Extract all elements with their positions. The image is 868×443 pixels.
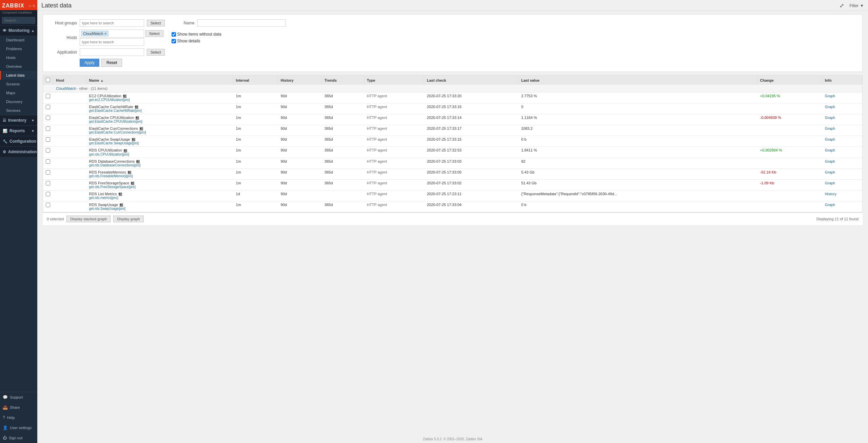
item-key-link-1[interactable]: get.ElastiCache.CacheHitRate[pro] <box>89 109 231 113</box>
hosts-label: Hosts <box>50 35 77 40</box>
history-cell-10: 90d <box>278 201 322 212</box>
action-link-2[interactable]: Graph <box>825 116 835 120</box>
administration-section-header[interactable]: ⚙ Administration ▼ <box>0 147 37 157</box>
host-groups-select-button[interactable]: Select <box>147 20 165 26</box>
share-item[interactable]: 📤 Share <box>0 402 37 412</box>
share-label: Share <box>10 405 20 409</box>
sidebar-item-overview[interactable]: Overview <box>0 62 37 71</box>
host-groups-input[interactable] <box>80 19 144 27</box>
history-cell-4: 90d <box>278 136 322 147</box>
action-link-4[interactable]: Graph <box>825 137 835 141</box>
filter-row-hosts: Hosts CloudWatch ✕ Select <box>50 29 855 46</box>
action-link-9[interactable]: History <box>825 192 836 196</box>
sidebar-section-administration: ⚙ Administration ▼ <box>0 146 37 157</box>
action-link-0[interactable]: Graph <box>825 94 835 98</box>
item-key-link-5[interactable]: get.rds.CPUUtilization[pro] <box>89 153 231 156</box>
cloudwatch-host-link[interactable]: CloudWatch <box>56 86 76 90</box>
sidebar-item-discovery[interactable]: Discovery <box>0 97 37 106</box>
filter-row-application: Application Select <box>50 48 855 56</box>
sidebar-item-services[interactable]: Services <box>0 106 37 115</box>
help-item[interactable]: ? Help <box>0 412 37 423</box>
sign-out-item[interactable]: ⏻ Sign out <box>0 433 37 443</box>
action-link-7[interactable]: Graph <box>825 170 835 174</box>
hosts-search-input[interactable] <box>80 38 144 46</box>
row-checkbox-9[interactable] <box>46 192 50 196</box>
row-checkbox-4[interactable] <box>46 137 50 142</box>
action-link-10[interactable]: Graph <box>825 203 835 207</box>
change-cell-5: +0.002904 % <box>757 147 822 158</box>
application-label: Application <box>50 50 77 55</box>
item-name-8: RDS FreeStorageSpace <box>89 181 130 185</box>
nav-reload-icon[interactable]: ↻ <box>33 4 35 8</box>
select-all-checkbox[interactable] <box>46 78 50 82</box>
interval-cell-4: 1m <box>233 136 278 147</box>
display-stacked-graph-button[interactable]: Display stacked graph <box>66 216 111 222</box>
filter-button[interactable]: Filter ▼ <box>849 3 864 8</box>
row-checkbox-3[interactable] <box>46 126 50 131</box>
sidebar-item-latest-data[interactable]: Latest data <box>0 71 37 80</box>
sidebar-item-dashboard[interactable]: Dashboard <box>0 36 37 44</box>
col-change: Change <box>757 76 822 85</box>
sidebar-item-problems[interactable]: Problems <box>0 44 37 53</box>
reset-button[interactable]: Reset <box>101 59 122 67</box>
expand-icon[interactable]: ⤢ <box>840 2 844 9</box>
nav-back-icon[interactable]: ‹‹ <box>29 4 31 8</box>
item-icon-9: ■ <box>119 193 122 196</box>
item-key-link-10[interactable]: get.rds.SwapUsage[pro] <box>89 207 231 210</box>
host-groups-label: Host groups <box>50 21 77 25</box>
item-key-link-3[interactable]: get.ElastiCache.CurrConnections[pro] <box>89 130 231 134</box>
data-table: Host Name ▲ Interval History Trends Type… <box>43 75 863 213</box>
item-key-link-2[interactable]: get.ElastiCache.CPUUtilization[pro] <box>89 120 231 123</box>
display-graph-button[interactable]: Display graph <box>113 216 143 222</box>
tag-remove-button[interactable]: ✕ <box>104 32 107 36</box>
row-checkbox-1[interactable] <box>46 105 50 109</box>
row-checkbox-8[interactable] <box>46 181 50 185</box>
name-input[interactable] <box>197 19 285 27</box>
user-settings-item[interactable]: 👤 User settings <box>0 423 37 433</box>
row-checkbox-0[interactable] <box>46 94 50 98</box>
sidebar-item-hosts[interactable]: Hosts <box>0 53 37 62</box>
sidebar-item-maps[interactable]: Maps <box>0 88 37 97</box>
row-checkbox-7[interactable] <box>46 170 50 175</box>
reports-section-header[interactable]: 📊 Reports ▼ <box>0 126 37 136</box>
change-cell-10 <box>757 201 822 212</box>
sidebar-item-screens[interactable]: Screens <box>0 80 37 88</box>
hosts-tag-container: CloudWatch ✕ <box>80 29 144 38</box>
interval-cell-2: 1m <box>233 114 278 125</box>
item-key-link-4[interactable]: get.ElastiCache.SwapUsage[pro] <box>89 141 231 145</box>
item-icon-7: ■ <box>128 171 131 174</box>
support-item[interactable]: 💬 Support <box>0 392 37 402</box>
monitoring-section-header[interactable]: 👁 Monitoring ▲ <box>0 25 37 36</box>
item-key-link-7[interactable]: get.rds.FreeableMemory[pro] <box>89 174 231 178</box>
inventory-chevron: ▼ <box>31 119 35 122</box>
row-checkbox-6[interactable] <box>46 159 50 164</box>
action-link-5[interactable]: Graph <box>825 148 835 152</box>
show-details-checkbox[interactable] <box>172 39 176 43</box>
row-checkbox-2[interactable] <box>46 116 50 120</box>
item-key-link-0[interactable]: get.ec2.CPUUtilization[pro] <box>89 98 231 102</box>
action-link-6[interactable]: Graph <box>825 159 835 163</box>
search-input[interactable] <box>2 17 35 24</box>
name-label: Name <box>167 21 195 25</box>
configuration-section-header[interactable]: 🔧 Configuration ▼ <box>0 136 37 146</box>
interval-cell-1: 1m <box>233 103 278 114</box>
application-input[interactable] <box>80 48 144 56</box>
action-link-8[interactable]: Graph <box>825 181 835 185</box>
item-key-link-9[interactable]: get.rds.metrics[pro] <box>89 196 231 200</box>
item-key-link-8[interactable]: get.rds.FreeStorageSpace[pro] <box>89 185 231 189</box>
row-checkbox-5[interactable] <box>46 148 50 153</box>
trends-cell-2: 365d <box>322 114 364 125</box>
action-link-1[interactable]: Graph <box>825 105 835 109</box>
show-items-without-data-checkbox[interactable] <box>172 32 176 37</box>
apply-button[interactable]: Apply <box>80 59 99 67</box>
col-info: Info <box>822 76 862 85</box>
application-select-button[interactable]: Select <box>147 49 165 56</box>
col-name: Name ▲ <box>86 76 233 85</box>
inventory-section-header[interactable]: ☰ Inventory ▼ <box>0 115 37 125</box>
item-icon-5: ■ <box>124 149 127 153</box>
action-link-3[interactable]: Graph <box>825 126 835 130</box>
interval-cell-5: 1m <box>233 147 278 158</box>
row-checkbox-10[interactable] <box>46 203 50 207</box>
hosts-select-button[interactable]: Select <box>145 30 163 37</box>
item-key-link-6[interactable]: get.rds.DatabaseConnections[pro] <box>89 163 231 167</box>
